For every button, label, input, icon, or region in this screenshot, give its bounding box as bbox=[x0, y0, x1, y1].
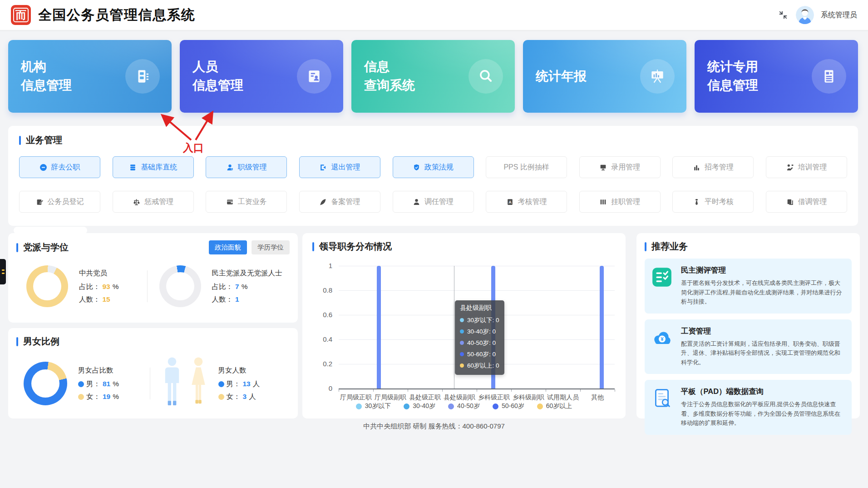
fullscreen-toggle-icon[interactable] bbox=[777, 9, 789, 21]
business-button-label: 退出管理 bbox=[331, 163, 360, 172]
business-button-r1-8[interactable]: 招考管理 bbox=[672, 156, 754, 178]
legend-dot bbox=[493, 403, 498, 409]
tab-education-degree[interactable]: 学历学位 bbox=[252, 240, 290, 254]
business-button-r1-9[interactable]: 培训管理 bbox=[766, 156, 847, 178]
ccp-ratio: 占比：93% bbox=[79, 282, 119, 292]
business-button-r1-6[interactable]: PPS 比例抽样 bbox=[486, 156, 567, 178]
legend-label: 30岁以下 bbox=[365, 402, 391, 410]
business-button-r1-2[interactable]: 基础库直统 bbox=[113, 156, 194, 178]
non-ccp-count: 人数：1 bbox=[212, 295, 282, 304]
non-ccp-stat-group: 民主党派及无党派人士 占比：7% 人数：1 bbox=[148, 265, 290, 307]
legend-dot bbox=[537, 403, 543, 409]
nav-card-3[interactable]: 信息查询系统 bbox=[351, 40, 515, 113]
tooltip-row-text: 40-50岁: 0 bbox=[467, 339, 496, 347]
business-management-panel: 业务管理 辞去公职基础库直统职级管理退出管理政策法规PPS 比例抽样录用管理招考… bbox=[8, 126, 858, 226]
legend-item-30岁以下[interactable]: 30岁以下 bbox=[356, 402, 391, 410]
recommend-card-desc: 基于匿名账号分发技术，可在线完成各类民主测评工作，极大简化测评工作流程,并能自动… bbox=[681, 279, 845, 307]
legend-item-60岁以上[interactable]: 60岁以上 bbox=[537, 402, 572, 410]
male-count-row: 男：13人 bbox=[218, 379, 260, 389]
female-ratio-row: 女：19% bbox=[78, 392, 119, 402]
document-icon bbox=[812, 59, 846, 94]
search-icon bbox=[469, 59, 503, 94]
dashboard-page: 而 全国公务员管理信息系统 系统管理员 机构信息管理人员信息管理信息查询系统统计… bbox=[0, 0, 868, 488]
gender-ratio-title: 男女占比数 bbox=[78, 366, 119, 375]
gender-panel-title: 男女比例 bbox=[16, 335, 290, 348]
business-button-r1-7[interactable]: 录用管理 bbox=[579, 156, 661, 178]
tab-political-status[interactable]: 政治面貌 bbox=[209, 240, 247, 254]
y-axis-tick-label: 0.6 bbox=[314, 311, 332, 319]
legend-item-40-50岁[interactable]: 40-50岁 bbox=[448, 402, 480, 410]
business-button-label: 培训管理 bbox=[798, 163, 827, 172]
legend-item-30-40岁[interactable]: 30-40岁 bbox=[404, 402, 435, 410]
business-button-label: 考核管理 bbox=[518, 197, 547, 207]
recommend-card-desc: 配置灵活的工资计算规则，适应包括录用、职务变动、职级晋升、退休、津补贴福利等全部… bbox=[681, 339, 845, 368]
party-degree-panel: 党派与学位 政治面貌 学历学位 中共党员 占比：93% 人数：15 bbox=[8, 233, 298, 323]
chart-legend: 30岁以下30-40岁40-50岁50-60岁60岁以上 bbox=[302, 402, 626, 410]
user-avatar[interactable] bbox=[796, 6, 814, 24]
business-button-label: 录用管理 bbox=[611, 163, 640, 172]
business-button-label: 平时考核 bbox=[705, 197, 734, 207]
business-button-r1-4[interactable]: 退出管理 bbox=[299, 156, 380, 178]
y-axis-tick-label: 0.2 bbox=[314, 360, 332, 368]
business-button-r1-3[interactable]: 职级管理 bbox=[206, 156, 287, 178]
tooltip-title: 县处级副职 bbox=[460, 304, 499, 312]
legend-item-50-60岁[interactable]: 50-60岁 bbox=[493, 402, 524, 410]
nav-card-2[interactable]: 人员信息管理 bbox=[180, 40, 343, 113]
business-button-r2-8[interactable]: 平时考核 bbox=[672, 191, 754, 213]
legend-dot bbox=[356, 403, 362, 409]
male-ratio-row: 男：81% bbox=[78, 379, 119, 389]
quill-icon bbox=[319, 198, 327, 206]
nav-card-5[interactable]: 统计专用信息管理 bbox=[695, 40, 858, 113]
svg-text:A: A bbox=[508, 199, 511, 204]
nav-card-1[interactable]: 机构信息管理 bbox=[8, 40, 172, 113]
leadership-chart-panel: 领导职务分布情况 00.20.40.60.81厅局级正职厅局级副职县处级正职县处… bbox=[302, 233, 626, 418]
nav-card-title: 统计专用信息管理 bbox=[707, 58, 758, 95]
title-accent-bar bbox=[16, 243, 18, 252]
scale-icon bbox=[133, 198, 140, 206]
business-button-r2-6[interactable]: A考核管理 bbox=[486, 191, 567, 213]
business-button-r1-1[interactable]: 辞去公职 bbox=[19, 156, 100, 178]
nav-card-title: 人员信息管理 bbox=[192, 58, 243, 95]
business-button-label: 公务员登记 bbox=[48, 197, 84, 207]
copy-icon bbox=[786, 198, 794, 206]
side-collapse-handle[interactable] bbox=[0, 259, 6, 284]
footer-text: 中共中央组织部 研制 服务热线：400-860-0797 bbox=[0, 422, 868, 431]
gender-donut-chart bbox=[24, 362, 67, 405]
business-button-r1-5[interactable]: 政策法规 bbox=[393, 156, 474, 178]
nav-card-title: 统计年报 bbox=[536, 67, 587, 86]
business-button-label: 招考管理 bbox=[705, 163, 734, 172]
svg-text:¥: ¥ bbox=[661, 336, 664, 342]
nav-card-4[interactable]: 统计年报 bbox=[523, 40, 686, 113]
tooltip-series-dot bbox=[460, 352, 464, 356]
nav-card-title: 信息查询系统 bbox=[364, 58, 415, 95]
grade-doc-icon: A bbox=[506, 198, 514, 206]
server-icon bbox=[129, 164, 137, 171]
tie-icon bbox=[693, 198, 700, 206]
ccp-count: 人数：15 bbox=[79, 295, 119, 304]
recommend-card-1[interactable]: 民主测评管理基于匿名账号分发技术，可在线完成各类民主测评工作，极大简化测评工作流… bbox=[645, 259, 852, 314]
gender-count-group: 男女人数 男：13人 女：3人 bbox=[150, 357, 290, 410]
business-button-r2-2[interactable]: 惩戒管理 bbox=[113, 191, 194, 213]
business-button-r2-9[interactable]: 借调管理 bbox=[766, 191, 847, 213]
nav-card-title: 机构信息管理 bbox=[21, 58, 72, 95]
ccp-name: 中共党员 bbox=[79, 269, 119, 278]
business-button-r2-3[interactable]: 工资业务 bbox=[206, 191, 287, 213]
nav-card-row: 机构信息管理人员信息管理信息查询系统统计年报统计专用信息管理 bbox=[8, 40, 860, 113]
business-button-label: 借调管理 bbox=[798, 197, 827, 207]
business-button-r2-1[interactable]: 公务员登记 bbox=[19, 191, 100, 213]
business-button-r2-5[interactable]: 调任管理 bbox=[393, 191, 474, 213]
business-section-title: 业务管理 bbox=[19, 134, 847, 146]
title-accent-bar bbox=[16, 337, 18, 346]
x-axis-category-label: 其他 bbox=[577, 393, 618, 402]
checklist-icon bbox=[651, 265, 675, 307]
bar-其他 bbox=[600, 266, 604, 388]
tooltip-series-dot bbox=[460, 364, 464, 368]
business-button-r2-4[interactable]: 备案管理 bbox=[299, 191, 380, 213]
y-axis-tick-label: 0 bbox=[314, 384, 332, 392]
x-axis-tick bbox=[615, 389, 615, 392]
recommend-card-body: 民主测评管理基于匿名账号分发技术，可在线完成各类民主测评工作，极大简化测评工作流… bbox=[681, 265, 845, 307]
non-ccp-donut-chart bbox=[159, 265, 201, 307]
recommend-card-2[interactable]: ¥工资管理配置灵活的工资计算规则，适应包括录用、职务变动、职级晋升、退休、津补贴… bbox=[645, 319, 852, 374]
user-name: 系统管理员 bbox=[821, 10, 857, 20]
business-button-r2-7[interactable]: 挂职管理 bbox=[579, 191, 661, 213]
